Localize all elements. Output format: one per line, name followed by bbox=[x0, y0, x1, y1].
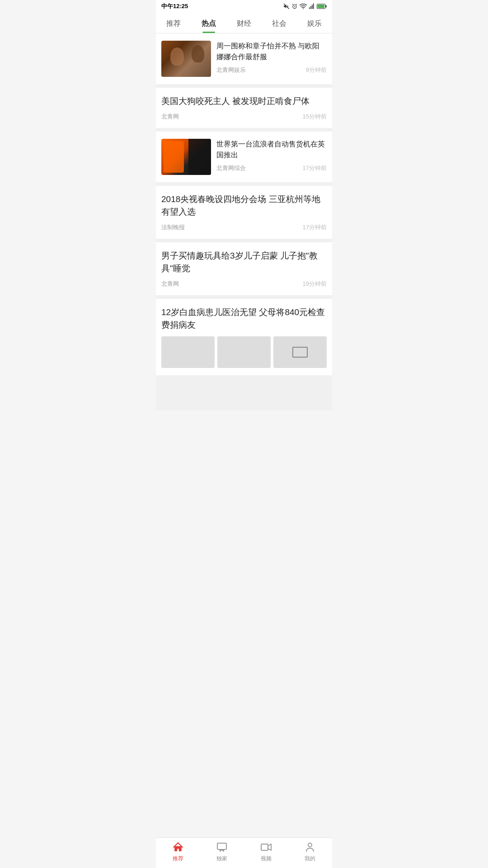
article-2-time: 15分钟前 bbox=[303, 113, 327, 121]
mute-icon bbox=[283, 3, 290, 9]
article-6-image-3 bbox=[273, 336, 327, 368]
svg-rect-11 bbox=[318, 5, 324, 8]
article-1-source: 北青网娱乐 bbox=[216, 66, 246, 74]
article-6-image-1 bbox=[161, 336, 215, 368]
svg-line-2 bbox=[292, 4, 293, 5]
article-5-time: 19分钟前 bbox=[303, 280, 327, 288]
list-item[interactable]: 世界第一台流浪者自动售货机在英国推出 北青网综合 17分钟前 bbox=[156, 132, 332, 182]
status-time: 中午12:25 bbox=[161, 2, 188, 10]
article-3-thumbnail bbox=[161, 139, 211, 175]
article-5-source: 北青网 bbox=[161, 280, 179, 288]
news-feed: 周一围称和章子怡并不熟 与欧阳娜娜合作最舒服 北青网娱乐 9分钟前 美国大狗咬死… bbox=[156, 33, 332, 410]
tab-caijing[interactable]: 财经 bbox=[226, 13, 262, 33]
alarm-icon bbox=[291, 3, 298, 9]
article-3-container: 世界第一台流浪者自动售货机在英国推出 北青网综合 17分钟前 bbox=[161, 139, 327, 175]
wifi-icon bbox=[300, 3, 307, 9]
status-bar: 中午12:25 bbox=[156, 0, 332, 13]
article-1-meta: 北青网娱乐 9分钟前 bbox=[216, 66, 327, 74]
svg-rect-7 bbox=[312, 5, 313, 9]
svg-rect-8 bbox=[313, 4, 314, 9]
article-1-time: 9分钟前 bbox=[306, 66, 327, 74]
tab-shehui[interactable]: 社会 bbox=[262, 13, 297, 33]
article-4-time: 17分钟前 bbox=[303, 223, 327, 231]
list-item[interactable]: 美国大狗咬死主人 被发现时正啃食尸体 北青网 15分钟前 bbox=[156, 88, 332, 128]
svg-point-4 bbox=[303, 8, 304, 9]
article-1-thumbnail bbox=[161, 41, 211, 77]
tab-redian[interactable]: 热点 bbox=[191, 13, 226, 33]
list-item[interactable]: 2018央视春晚设四地分会场 三亚杭州等地有望入选 法制晚报 17分钟前 bbox=[156, 186, 332, 239]
list-item[interactable]: 男子买情趣玩具给3岁儿子启蒙 儿子抱"教具"睡觉 北青网 19分钟前 bbox=[156, 242, 332, 295]
nav-tabs: 推荐 热点 财经 社会 娱乐 bbox=[156, 13, 332, 33]
article-3-time: 17分钟前 bbox=[303, 164, 327, 172]
svg-rect-10 bbox=[325, 5, 327, 7]
battery-icon bbox=[317, 4, 327, 9]
article-5-title: 男子买情趣玩具给3岁儿子启蒙 儿子抱"教具"睡觉 bbox=[161, 250, 327, 275]
article-3-source: 北青网综合 bbox=[216, 164, 246, 172]
article-3-meta: 北青网综合 17分钟前 bbox=[216, 164, 327, 172]
article-2-title: 美国大狗咬死主人 被发现时正啃食尸体 bbox=[161, 95, 327, 108]
status-icons bbox=[283, 3, 327, 9]
article-2-source: 北青网 bbox=[161, 113, 179, 121]
tab-tuijian[interactable]: 推荐 bbox=[156, 13, 191, 33]
article-1-container: 周一围称和章子怡并不熟 与欧阳娜娜合作最舒服 北青网娱乐 9分钟前 bbox=[161, 41, 327, 77]
signal-icon bbox=[309, 3, 315, 9]
article-6-image-2 bbox=[217, 336, 271, 368]
svg-line-3 bbox=[296, 4, 297, 5]
tab-yule[interactable]: 娱乐 bbox=[297, 13, 332, 33]
article-4-title: 2018央视春晚设四地分会场 三亚杭州等地有望入选 bbox=[161, 193, 327, 219]
article-3-title: 世界第一台流浪者自动售货机在英国推出 bbox=[216, 139, 327, 160]
article-2-meta: 北青网 15分钟前 bbox=[161, 113, 327, 121]
svg-rect-5 bbox=[309, 7, 310, 9]
article-1-title: 周一围称和章子怡并不熟 与欧阳娜娜合作最舒服 bbox=[216, 41, 327, 62]
article-6-title: 12岁白血病患儿医治无望 父母将840元检查费捐病友 bbox=[161, 306, 327, 332]
list-item[interactable]: 12岁白血病患儿医治无望 父母将840元检查费捐病友 bbox=[156, 299, 332, 375]
list-item[interactable]: 周一围称和章子怡并不熟 与欧阳娜娜合作最舒服 北青网娱乐 9分钟前 bbox=[156, 33, 332, 84]
svg-rect-6 bbox=[310, 6, 311, 9]
article-4-meta: 法制晚报 17分钟前 bbox=[161, 223, 327, 231]
article-4-source: 法制晚报 bbox=[161, 223, 185, 231]
article-5-meta: 北青网 19分钟前 bbox=[161, 280, 327, 288]
article-1-content: 周一围称和章子怡并不熟 与欧阳娜娜合作最舒服 北青网娱乐 9分钟前 bbox=[216, 41, 327, 74]
article-3-content: 世界第一台流浪者自动售货机在英国推出 北青网综合 17分钟前 bbox=[216, 139, 327, 172]
article-6-images bbox=[161, 336, 327, 368]
